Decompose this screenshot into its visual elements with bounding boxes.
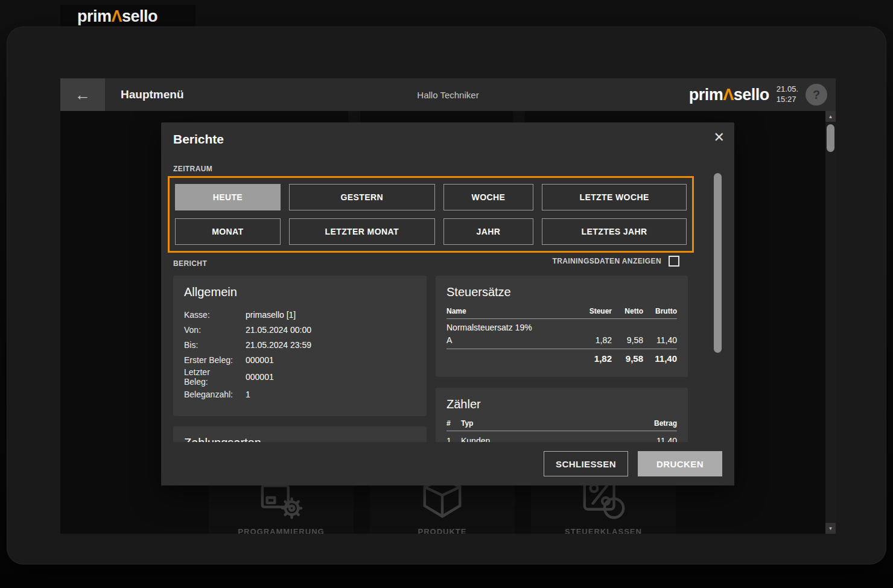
trainingsdaten-toggle: TRAININGSDATEN ANZEIGEN [552, 256, 679, 267]
info-label: Beleganzahl: [184, 390, 236, 399]
date-text: 21.05. [777, 84, 798, 95]
dialog-title: Berichte [173, 132, 224, 147]
time-text: 15:27 [777, 95, 798, 105]
info-value: primasello [1] [246, 310, 416, 320]
info-row: Von: 21.05.2024 00:00 [184, 322, 416, 337]
info-value: 21.05.2024 00:00 [246, 325, 416, 335]
col-num: # [446, 419, 461, 428]
col-brutto: Brutto [643, 307, 677, 315]
counter-table-header: # Typ Betrag [446, 419, 677, 431]
window-scrollbar-thumb[interactable] [827, 124, 834, 152]
app-window: ← Hauptmenü Hallo Techniker primΛsello 2… [7, 27, 886, 564]
logo-lambda-icon: Λ [112, 7, 122, 25]
allgemein-title: Allgemein [184, 285, 416, 299]
app-logo-tab: primΛsello [60, 5, 195, 28]
zaehler-title: Zähler [446, 397, 677, 411]
total-netto: 9,58 [612, 353, 643, 364]
primasello-logo-header: primΛsello [689, 86, 769, 104]
period-button-heute[interactable]: HEUTE [175, 184, 281, 210]
tax-total-row: 1,82 9,58 11,40 [446, 349, 677, 364]
col-name: Name [446, 307, 578, 315]
period-button-monat[interactable]: MONAT [175, 218, 281, 245]
allgemein-panel: Allgemein Kasse: primasello [1] Von: 21.… [173, 276, 427, 416]
col-typ: Typ [461, 419, 638, 428]
table-row: A 1,82 9,58 11,40 [446, 334, 677, 349]
total-steuer: 1,82 [578, 353, 612, 364]
berichte-dialog: Berichte ✕ ZEITRAUM HEUTE GESTERN WOCHE … [161, 122, 734, 485]
info-row: Letzter Beleg: 000001 [184, 367, 416, 387]
header-bar: ← Hauptmenü Hallo Techniker primΛsello 2… [60, 78, 836, 111]
schliessen-button[interactable]: SCHLIESSEN [544, 451, 628, 476]
zeitraum-section-label: ZEITRAUM [173, 165, 212, 173]
dialog-scrollbar-thumb[interactable] [714, 173, 722, 353]
period-button-letzter-monat[interactable]: LETZTER MONAT [289, 218, 435, 245]
dialog-footer: SCHLIESSEN DRUCKEN [161, 442, 734, 485]
page-title: Hauptmenü [121, 88, 184, 101]
tax-brutto: 11,40 [643, 335, 677, 345]
datetime-display: 21.05. 15:27 [777, 84, 798, 105]
trainingsdaten-label: TRAININGSDATEN ANZEIGEN [552, 257, 661, 265]
trainingsdaten-checkbox[interactable] [669, 256, 679, 267]
help-icon: ? [813, 88, 820, 102]
drucken-button[interactable]: DRUCKEN [638, 451, 722, 476]
tax-steuer: 1,82 [578, 335, 612, 345]
help-button[interactable]: ? [806, 84, 827, 106]
info-row: Erster Beleg: 000001 [184, 352, 416, 367]
total-brutto: 11,40 [643, 353, 677, 364]
period-button-gestern[interactable]: GESTERN [289, 184, 435, 210]
tax-name: A [446, 335, 578, 345]
user-greeting: Hallo Techniker [417, 90, 478, 100]
info-value: 000001 [246, 355, 416, 365]
main-area: PROGRAMMIERUNG PRODUKTE [60, 111, 836, 534]
info-value: 1 [246, 390, 416, 399]
back-button[interactable]: ← [60, 78, 105, 111]
primasello-logo: primΛsello [77, 7, 157, 26]
col-steuer: Steuer [578, 307, 612, 315]
period-button-woche[interactable]: WOCHE [443, 184, 534, 210]
info-label: Letzter Beleg: [184, 367, 236, 387]
zeitraum-button-group: HEUTE GESTERN WOCHE LETZTE WOCHE MONAT L… [168, 176, 694, 253]
col-netto: Netto [612, 307, 643, 315]
info-label: Erster Beleg: [184, 355, 236, 365]
bericht-section-label: BERICHT [173, 259, 207, 268]
tax-group-row: Normalsteuersatz 19% [446, 319, 677, 334]
period-button-jahr[interactable]: JAHR [443, 218, 534, 245]
info-row: Beleganzahl: 1 [184, 387, 416, 402]
tax-netto: 9,58 [612, 335, 643, 345]
steuersaetze-panel: Steuersätze Name Steuer Netto Brutto Nor… [436, 276, 688, 377]
info-value: 000001 [246, 372, 416, 382]
period-button-letzte-woche[interactable]: LETZTE WOCHE [542, 184, 687, 210]
info-label: Bis: [184, 340, 236, 350]
close-icon[interactable]: ✕ [714, 130, 725, 145]
tax-table-header: Name Steuer Netto Brutto [446, 307, 677, 319]
period-button-letztes-jahr[interactable]: LETZTES JAHR [542, 218, 687, 245]
window-scrollbar[interactable]: ▲ ▼ [825, 111, 836, 534]
info-value: 21.05.2024 23:59 [246, 340, 416, 350]
back-arrow-icon: ← [75, 86, 91, 104]
header-right: primΛsello 21.05. 15:27 ? [689, 84, 836, 106]
info-row: Kasse: primasello [1] [184, 307, 416, 322]
scroll-down-icon[interactable]: ▼ [825, 523, 836, 534]
scroll-up-icon[interactable]: ▲ [825, 111, 836, 122]
logo-lambda-icon: Λ [723, 86, 734, 104]
app-content: ← Hauptmenü Hallo Techniker primΛsello 2… [60, 78, 836, 534]
info-label: Von: [184, 325, 236, 335]
info-row: Bis: 21.05.2024 23:59 [184, 337, 416, 352]
info-label: Kasse: [184, 310, 236, 320]
steuersaetze-title: Steuersätze [446, 285, 677, 299]
col-betrag: Betrag [638, 419, 677, 428]
